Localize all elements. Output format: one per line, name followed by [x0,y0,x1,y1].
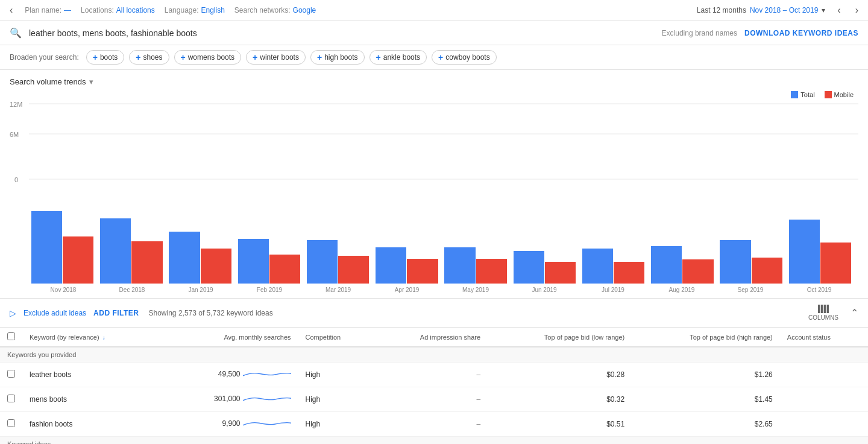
th-bid-high-label: Top of page bid (high range) [690,334,773,341]
th-keyword[interactable]: Keyword (by relevance) ↓ [22,328,159,347]
bar-mobile-6 [476,259,507,284]
th-competition-label: Competition [306,334,341,341]
bar-total-2 [169,232,200,284]
bar-mobile-4 [338,256,369,284]
search-bar: 🔍 Excluding brand names DOWNLOAD KEYWORD… [0,21,868,45]
date-dropdown-icon: ▾ [822,6,825,14]
search-net-label: Search networks: [234,6,291,14]
th-account-status[interactable]: Account status [780,328,868,347]
broaden-chip-high-boots[interactable]: + high boots [310,50,365,65]
chart-title[interactable]: Search volume trends ▾ [10,77,858,86]
competition-cell: High [298,412,374,437]
bar-group-3 [236,239,303,284]
next-date-btn[interactable]: › [853,4,861,17]
search-networks-nav[interactable]: Search networks: Google [234,6,316,14]
legend-total: Total [791,91,814,98]
bar-label-6: May 2019 [441,284,510,296]
th-ad-impression[interactable]: Ad impression share [374,328,488,347]
legend-total-dot [791,91,798,98]
th-bid-high[interactable]: Top of page bid (high range) [632,328,780,347]
date-range[interactable]: Last 12 months Nov 2018 – Oct 2019 ▾ [697,6,825,14]
broaden-chip-winter-boots[interactable]: + winter boots [246,50,306,65]
legend-mobile-label: Mobile [834,91,854,98]
legend-total-label: Total [800,91,814,98]
th-bid-low-label: Top of page bid (low range) [544,334,624,341]
avg-monthly-cell: 301,000 [159,387,298,412]
bar-group-1 [98,218,165,284]
bar-total-11 [789,220,820,284]
bar-total-8 [582,249,613,284]
row-checkbox-0-2[interactable] [7,419,15,427]
row-checkbox-0-1[interactable] [7,395,15,402]
bar-group-7 [511,251,578,284]
svg-rect-8 [824,305,826,313]
broaden-label: Broaden your search: [10,53,79,62]
bar-group-2 [167,232,234,284]
bar-label-9: Aug 2019 [647,284,716,296]
th-bid-low[interactable]: Top of page bid (low range) [488,328,632,347]
plan-name-label: Plan name: [25,6,61,14]
back-arrow[interactable]: ‹ [7,4,15,17]
columns-button[interactable]: COLUMNS [808,305,838,321]
chart-title-text: Search volume trends [10,77,86,86]
broaden-chip-cowboy-boots[interactable]: + cowboy boots [432,50,497,65]
broaden-chip-ankle-boots[interactable]: + ankle boots [370,50,427,65]
bar-total-9 [651,246,682,284]
bid-low-cell: $0.51 [488,412,632,437]
section-header-1: Keyword ideas [0,437,868,445]
table-row: fashion boots9,900 High–$0.51$2.65 [0,412,868,437]
bar-mobile-11 [820,243,851,284]
top-bar: ‹ Plan name: — Locations: All locations … [0,0,868,21]
bar-total-3 [238,239,269,284]
select-all-header[interactable] [0,328,22,347]
broaden-chip-boots[interactable]: + boots [86,50,125,65]
keyword-cell: fashion boots [22,412,159,437]
broaden-search-bar: Broaden your search: + boots + shoes + w… [0,45,868,70]
filter-icon: ▷ [10,308,16,318]
section-title-1: Keyword ideas [0,437,868,445]
plan-name-value: — [64,6,71,14]
th-avg-monthly[interactable]: Avg. monthly searches [159,328,298,347]
add-filter-button[interactable]: ADD FILTER [93,309,139,317]
avg-monthly-cell: 9,900 [159,412,298,437]
prev-date-btn[interactable]: ‹ [835,4,843,17]
broaden-chip-shoes[interactable]: + shoes [129,50,169,65]
svg-rect-6 [818,305,820,313]
th-competition[interactable]: Competition [298,328,374,347]
th-keyword-label: Keyword (by relevance) [30,334,99,341]
bid-high-cell: $1.45 [632,387,780,412]
bar-group-11 [787,220,854,284]
table-row: mens boots301,000 High–$0.32$1.45 [0,387,868,412]
bar-group-6 [442,247,509,284]
bar-mobile-10 [752,258,782,284]
broaden-chip-womens-boots[interactable]: + womens boots [174,50,242,65]
exclude-adult-button[interactable]: Exclude adult ideas [24,309,86,317]
bar-total-5 [376,247,406,284]
language-nav[interactable]: Language: English [165,6,225,14]
ad-impression-cell: – [374,387,488,412]
keyword-search-input[interactable] [29,28,655,38]
bar-mobile-7 [545,262,576,284]
exclude-brand-text: Excluding brand names [662,29,737,37]
select-all-checkbox[interactable] [7,332,15,340]
bar-total-0 [31,211,62,284]
collapse-button[interactable]: ⌃ [851,307,858,319]
table-header-row: Keyword (by relevance) ↓ Avg. monthly se… [0,328,868,347]
ad-impression-cell: – [374,412,488,437]
keywords-table: Keyword (by relevance) ↓ Avg. monthly se… [0,328,868,444]
locations-nav[interactable]: Locations: All locations [81,6,155,14]
bar-mobile-9 [682,259,713,284]
download-keywords-button[interactable]: DOWNLOAD KEYWORD IDEAS [744,29,858,37]
competition-cell: High [298,387,374,412]
bid-low-cell: $0.32 [488,387,632,412]
language-label: Language: [165,6,199,14]
bar-label-4: Mar 2019 [304,284,373,296]
bar-label-7: Jun 2019 [510,284,579,296]
row-checkbox-0-0[interactable] [7,370,15,378]
plan-name-nav[interactable]: Plan name: — [25,6,71,14]
competition-cell: High [298,363,374,387]
section-title-0: Keywords you provided [0,347,868,363]
svg-text:12M: 12M [10,101,22,108]
keywords-table-container: Keyword (by relevance) ↓ Avg. monthly se… [0,328,868,444]
bar-label-8: Jul 2019 [579,284,647,296]
